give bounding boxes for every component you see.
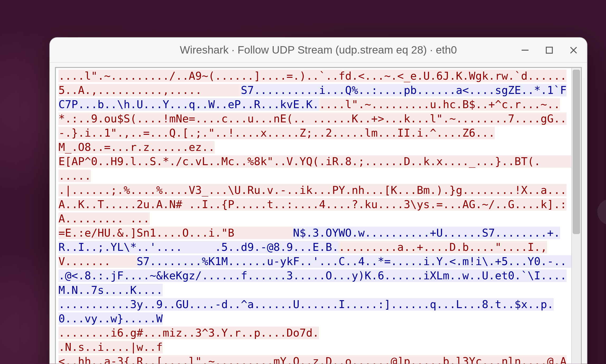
- minimize-button[interactable]: [519, 44, 531, 56]
- stream-panel: ....l".~........./..A9~(......]....=.)..…: [55, 67, 582, 364]
- close-button[interactable]: [568, 44, 579, 56]
- stream-scrollbar[interactable]: [571, 68, 581, 364]
- maximize-button[interactable]: [544, 44, 555, 56]
- client-segment[interactable]: ....l".~.........u.hc.B$..+^c.r...~..*.:…: [58, 98, 571, 239]
- wireshark-titlebar[interactable]: Wireshark · Follow UDP Stream (udp.strea…: [50, 38, 587, 63]
- client-segment[interactable]: ........i6.g#...miz..3^3.Y.r..p....Do7d.…: [58, 327, 566, 364]
- wallpaper-rocket: [584, 190, 606, 286]
- wireshark-title-text: Wireshark · Follow UDP Stream (udp.strea…: [180, 44, 457, 56]
- svg-rect-1: [546, 47, 552, 53]
- stream-content[interactable]: ....l".~........./..A9~(......]....=.)..…: [56, 68, 571, 364]
- scrollbar-thumb[interactable]: [573, 70, 580, 234]
- wireshark-window: Wireshark · Follow UDP Stream (udp.strea…: [49, 37, 588, 364]
